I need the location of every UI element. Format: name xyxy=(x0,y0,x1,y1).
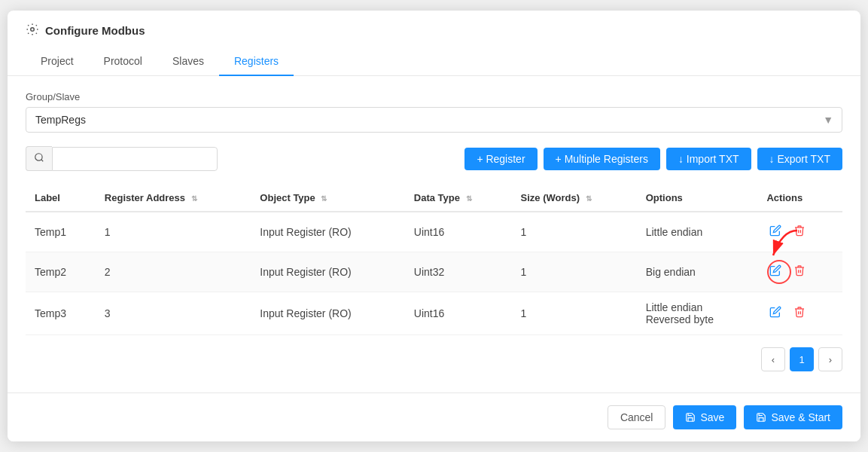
cell-register-address: 2 xyxy=(96,252,251,292)
pagination-prev[interactable]: ‹ xyxy=(761,347,785,371)
cell-object-type: Input Register (RO) xyxy=(251,292,404,335)
cell-actions xyxy=(757,252,842,292)
delete-button[interactable] xyxy=(790,303,809,324)
edit-button[interactable] xyxy=(766,221,784,243)
cell-options: Big endian xyxy=(637,252,758,292)
cell-register-address: 3 xyxy=(96,292,251,335)
edit-icon xyxy=(769,264,781,276)
sort-icon-data-type: ⇅ xyxy=(466,194,472,203)
col-options: Options xyxy=(637,185,758,212)
tab-registers[interactable]: Registers xyxy=(219,47,294,76)
svg-point-1 xyxy=(35,154,42,160)
edit-icon xyxy=(769,306,781,318)
window-title: Configure Modbus xyxy=(45,24,145,37)
col-object-type: Object Type ⇅ xyxy=(251,185,404,212)
group-slave-select[interactable]: TempRegs xyxy=(26,107,842,133)
cell-actions xyxy=(757,292,842,335)
export-txt-button[interactable]: ↓ Export TXT xyxy=(757,148,842,170)
content-area: Group/Slave TempRegs ▼ + Register + Mul xyxy=(8,76,860,392)
sort-icon-size: ⇅ xyxy=(586,194,592,203)
col-label: Label xyxy=(26,185,96,212)
configure-modbus-window: Configure Modbus Project Protocol Slaves… xyxy=(8,11,860,441)
sort-icon-address: ⇅ xyxy=(191,194,197,203)
group-slave-label: Group/Slave xyxy=(26,91,842,102)
cancel-button[interactable]: Cancel xyxy=(608,405,666,429)
save-icon xyxy=(685,412,696,423)
table-header-row: Label Register Address ⇅ Object Type ⇅ D… xyxy=(26,185,842,212)
add-multiple-registers-button[interactable]: + Multiple Registers xyxy=(544,148,660,170)
registers-table: Label Register Address ⇅ Object Type ⇅ D… xyxy=(26,185,842,335)
edit-button[interactable] xyxy=(766,303,784,324)
add-register-button[interactable]: + Register xyxy=(464,148,537,170)
delete-button[interactable] xyxy=(790,261,809,282)
col-size-words: Size (Words) ⇅ xyxy=(512,185,637,212)
tabs: Project Protocol Slaves Registers xyxy=(26,47,842,75)
delete-button[interactable] xyxy=(790,221,809,243)
cell-label: Temp1 xyxy=(26,212,96,252)
search-input[interactable] xyxy=(52,147,218,171)
col-actions: Actions xyxy=(757,185,842,212)
svg-line-2 xyxy=(41,160,44,162)
cell-data-type: Uint16 xyxy=(405,212,512,252)
action-buttons: + Register + Multiple Registers ↓ Import… xyxy=(464,148,842,170)
tab-project[interactable]: Project xyxy=(26,47,89,76)
table-row: Temp22Input Register (RO)Uint321Big endi… xyxy=(26,252,842,292)
trash-icon xyxy=(793,306,806,318)
tab-slaves[interactable]: Slaves xyxy=(157,47,219,76)
title-bar: Configure Modbus Project Protocol Slaves… xyxy=(8,11,860,76)
trash-icon xyxy=(793,264,806,276)
search-button[interactable] xyxy=(26,146,52,171)
save-start-button[interactable]: Save & Start xyxy=(744,405,842,429)
trash-icon xyxy=(793,224,806,237)
table-row: Temp33Input Register (RO)Uint161Little e… xyxy=(26,292,842,335)
table-row: Temp11Input Register (RO)Uint161Little e… xyxy=(26,212,842,252)
tab-protocol[interactable]: Protocol xyxy=(89,47,157,76)
cell-options: Little endian Reversed byte xyxy=(637,292,758,335)
cell-actions xyxy=(757,212,842,252)
cell-register-address: 1 xyxy=(96,212,251,252)
search-area xyxy=(26,146,218,171)
cell-object-type: Input Register (RO) xyxy=(251,252,404,292)
cell-size-words: 1 xyxy=(512,292,637,335)
col-register-address: Register Address ⇅ xyxy=(96,185,251,212)
cell-data-type: Uint32 xyxy=(405,252,512,292)
cell-label: Temp2 xyxy=(26,252,96,292)
import-txt-button[interactable]: ↓ Import TXT xyxy=(666,148,751,170)
sort-icon-object-type: ⇅ xyxy=(321,194,327,203)
gear-icon xyxy=(26,23,39,38)
pagination-page-1[interactable]: 1 xyxy=(790,347,814,371)
edit-button[interactable] xyxy=(766,261,784,282)
save-button[interactable]: Save xyxy=(673,405,736,429)
toolbar: + Register + Multiple Registers ↓ Import… xyxy=(26,146,842,171)
col-data-type: Data Type ⇅ xyxy=(405,185,512,212)
svg-point-0 xyxy=(31,28,35,32)
footer: Cancel Save Save & Start xyxy=(8,392,860,441)
save-start-icon xyxy=(756,412,766,423)
cell-label: Temp3 xyxy=(26,292,96,335)
cell-data-type: Uint16 xyxy=(405,292,512,335)
pagination-next[interactable]: › xyxy=(818,347,842,371)
cell-size-words: 1 xyxy=(512,252,637,292)
search-icon xyxy=(34,152,44,163)
cell-size-words: 1 xyxy=(512,212,637,252)
cell-object-type: Input Register (RO) xyxy=(251,212,404,252)
pagination: ‹ 1 › xyxy=(26,347,842,377)
cell-options: Little endian xyxy=(637,212,758,252)
edit-icon xyxy=(769,224,781,237)
group-slave-wrapper: TempRegs ▼ xyxy=(26,107,842,133)
